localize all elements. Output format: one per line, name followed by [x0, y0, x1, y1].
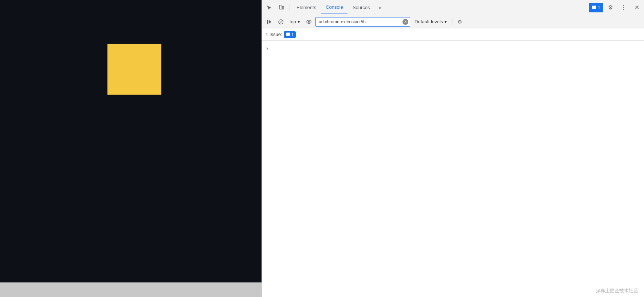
- svg-marker-5: [269, 20, 271, 24]
- context-label: top: [290, 19, 296, 24]
- issue-bar: 1 Issue: 1: [262, 28, 644, 41]
- devtools-topright-icons: 1 ⚙ ⋮ ✕: [589, 2, 643, 13]
- expand-arrow-icon: ›: [266, 45, 268, 52]
- cursor-icon: [266, 5, 272, 11]
- issue-badge-count: 1: [291, 32, 294, 37]
- tab-console[interactable]: Console: [321, 2, 347, 13]
- issue-badge-button[interactable]: 1: [284, 31, 296, 38]
- levels-selector-button[interactable]: Default levels ▾: [412, 17, 450, 27]
- svg-rect-4: [267, 19, 268, 24]
- console-toolbar: top ▾ ✕ Default levels ▾ ⚙: [262, 15, 644, 28]
- inspect-element-button[interactable]: [263, 2, 275, 13]
- issue-count-label: 1 Issue:: [266, 32, 282, 37]
- svg-rect-0: [279, 5, 282, 9]
- close-devtools-button[interactable]: ✕: [631, 2, 643, 13]
- message-icon: [592, 5, 596, 10]
- svg-line-7: [279, 20, 283, 23]
- messages-badge-button[interactable]: 1: [589, 3, 603, 12]
- tab-separator-1: [290, 4, 290, 11]
- eye-icon: [306, 19, 311, 24]
- context-arrow-icon: ▾: [298, 19, 300, 24]
- devtools-panel: Elements Console Sources » 1 ⚙: [262, 0, 644, 297]
- tab-elements[interactable]: Elements: [292, 2, 321, 13]
- levels-label: Default levels: [415, 19, 443, 24]
- console-expand-row[interactable]: ›: [262, 44, 644, 53]
- yellow-square: [107, 44, 161, 95]
- devtools-tabbar: Elements Console Sources » 1 ⚙: [262, 0, 644, 15]
- svg-rect-1: [282, 6, 284, 9]
- url-clear-button[interactable]: ✕: [402, 19, 408, 25]
- url-filter-input[interactable]: [317, 19, 402, 24]
- issue-badge-icon: [286, 32, 290, 37]
- more-options-button[interactable]: ⋮: [618, 2, 629, 13]
- webpage-panel: [0, 0, 262, 297]
- settings-button[interactable]: ⚙: [605, 2, 616, 13]
- toolbar-separator: [452, 18, 452, 25]
- url-filter-input-wrapper: ✕: [315, 17, 410, 27]
- console-content: › @稀土掘金技术社区: [262, 41, 644, 297]
- tab-sources[interactable]: Sources: [348, 2, 374, 13]
- context-selector-button[interactable]: top ▾: [287, 17, 302, 27]
- eye-filter-button[interactable]: [304, 17, 314, 27]
- watermark: @稀土掘金技术社区: [596, 288, 638, 294]
- device-icon: [279, 5, 284, 11]
- webpage-footer: [0, 282, 262, 297]
- console-run-button[interactable]: [264, 17, 274, 27]
- console-clear-button[interactable]: [276, 17, 286, 27]
- more-tabs-button[interactable]: »: [375, 3, 385, 13]
- run-icon: [267, 19, 272, 24]
- svg-point-9: [308, 21, 310, 22]
- block-icon: [278, 19, 283, 24]
- console-settings-button[interactable]: ⚙: [455, 17, 465, 27]
- device-mode-button[interactable]: [276, 2, 287, 13]
- levels-arrow-icon: ▾: [444, 19, 447, 24]
